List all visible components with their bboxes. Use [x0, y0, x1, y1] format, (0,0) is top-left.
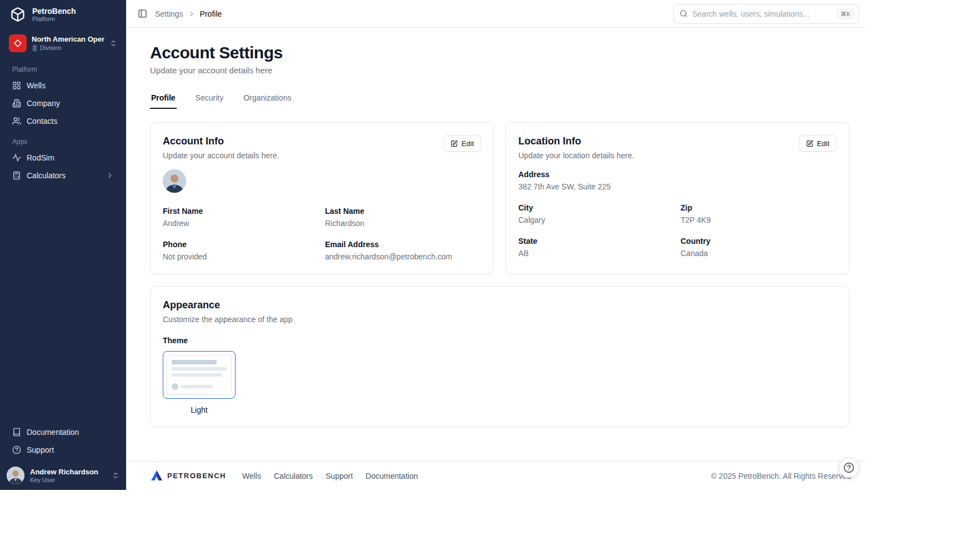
theme-label: Theme: [163, 335, 837, 345]
sidebar-item-label: Company: [27, 99, 60, 108]
field-value: T2P 4K9: [681, 215, 837, 225]
calculator-icon: [12, 171, 21, 180]
app-window: PetroBench Platform North American Opera…: [0, 0, 866, 490]
account-edit-button[interactable]: Edit: [443, 135, 481, 152]
edit-icon: [806, 140, 813, 147]
sidebar-item-calculators[interactable]: Calculators: [7, 167, 119, 184]
sidebar-item-company[interactable]: Company: [7, 94, 119, 112]
field-value: Not provided: [163, 252, 325, 262]
user-avatar: [7, 467, 24, 484]
contacts-icon: [12, 117, 21, 126]
chevron-right-icon: [106, 172, 114, 179]
support-icon: [12, 445, 21, 454]
sidebar-item-contacts[interactable]: Contacts: [7, 112, 119, 130]
help-circle-icon: [843, 462, 854, 473]
page-title: Account Settings: [150, 43, 849, 62]
documentation-icon: [12, 428, 21, 437]
card-subtitle: Update your account details here.: [163, 151, 481, 161]
sidebar: PetroBench Platform North American Opera…: [0, 0, 126, 490]
sidebar-item-wells[interactable]: Wells: [7, 77, 119, 94]
field-value: AB: [518, 248, 681, 258]
field-label: Email Address: [325, 239, 481, 249]
search-input[interactable]: [692, 9, 833, 18]
field-label: State: [518, 236, 681, 246]
field-label: First Name: [163, 206, 325, 216]
tabs: Profile Security Organizations: [150, 90, 849, 109]
footer-link-calculators[interactable]: Calculators: [274, 472, 313, 480]
sidebar-item-documentation[interactable]: Documentation: [7, 423, 119, 441]
field-address: Address 382 7th Ave SW, Suite 225: [518, 169, 837, 192]
breadcrumb-profile: Profile: [200, 9, 222, 18]
field-value: Canada: [681, 248, 837, 258]
chevrons-up-down-icon: [112, 472, 119, 479]
account-info-card: Edit Account Info Update your account de…: [150, 122, 494, 274]
field-first-name: First Name Andrew: [163, 206, 325, 228]
edit-button-label: Edit: [817, 139, 829, 148]
breadcrumb: Settings Profile: [155, 9, 222, 18]
user-menu[interactable]: Andrew Richardson Key User: [0, 462, 126, 490]
sidebar-item-label: Documentation: [27, 428, 79, 437]
search-box: ⌘K: [673, 4, 859, 24]
footer-link-support[interactable]: Support: [326, 472, 353, 480]
page-subtitle: Update your account details here: [150, 66, 849, 76]
edit-icon: [451, 140, 458, 147]
chevrons-up-down-icon: [109, 39, 117, 47]
breadcrumb-settings[interactable]: Settings: [155, 9, 183, 18]
card-title: Account Info: [163, 135, 481, 147]
field-value: andrew.richardson@petrobench.com: [325, 252, 481, 262]
theme-option-light[interactable]: [163, 351, 236, 399]
page-footer: PETROBENCH Wells Calculators Support Doc…: [126, 461, 866, 490]
field-phone: Phone Not provided: [163, 239, 325, 262]
sidebar-nav: Platform Wells Company Contacts Apps: [0, 56, 126, 184]
sidebar-toggle-button[interactable]: [136, 7, 149, 21]
org-logo-icon: [9, 34, 27, 52]
org-type: Division: [40, 44, 62, 52]
top-header: Settings Profile ⌘K: [126, 0, 866, 28]
field-value: 382 7th Ave SW, Suite 225: [518, 182, 837, 192]
card-title: Location Info: [518, 135, 837, 147]
user-name: Andrew Richardson: [30, 468, 106, 477]
field-zip: Zip T2P 4K9: [681, 203, 837, 225]
field-label: Last Name: [325, 206, 481, 216]
user-role: Key User: [30, 477, 106, 484]
footer-link-documentation[interactable]: Documentation: [366, 472, 418, 480]
sidebar-bottom-nav: Documentation Support: [0, 421, 126, 462]
search-icon: [679, 9, 688, 18]
edit-button-label: Edit: [462, 139, 474, 148]
appearance-card: Appearance Customize the appearance of t…: [150, 286, 849, 427]
footer-link-wells[interactable]: Wells: [242, 472, 261, 480]
sidebar-item-label: Calculators: [27, 171, 66, 180]
sidebar-item-label: RodSim: [27, 153, 54, 162]
rodsim-icon: [12, 153, 21, 162]
footer-logo: PETROBENCH: [150, 469, 226, 483]
field-email: Email Address andrew.richardson@petroben…: [325, 239, 481, 262]
brand-logo-icon: [9, 6, 27, 23]
company-icon: [12, 99, 21, 108]
nav-section-platform-label: Platform: [7, 58, 119, 77]
org-switcher[interactable]: North American Opera Division: [4, 31, 122, 56]
field-value: Richardson: [325, 218, 481, 228]
footer-logo-icon: [150, 469, 163, 483]
card-title: Appearance: [163, 299, 837, 311]
brand: PetroBench Platform: [0, 0, 126, 28]
profile-avatar: [163, 169, 186, 193]
field-value: Calgary: [518, 215, 681, 225]
building-icon: [32, 45, 38, 51]
theme-name: Light: [163, 405, 236, 414]
sidebar-item-rodsim[interactable]: RodSim: [7, 149, 119, 167]
field-country: Country Canada: [681, 236, 837, 258]
sidebar-item-support[interactable]: Support: [7, 441, 119, 459]
sidebar-item-label: Contacts: [27, 117, 57, 126]
search-shortcut-badge: ⌘K: [837, 9, 854, 19]
tab-security[interactable]: Security: [194, 90, 225, 109]
field-label: Phone: [163, 239, 325, 249]
help-button[interactable]: [839, 458, 859, 478]
footer-links: Wells Calculators Support Documentation: [242, 472, 418, 480]
tab-profile[interactable]: Profile: [150, 90, 177, 109]
field-state: State AB: [518, 236, 681, 258]
tab-organizations[interactable]: Organizations: [242, 90, 292, 109]
wells-icon: [12, 81, 21, 90]
org-name: North American Opera: [32, 35, 104, 44]
field-value: Andrew: [163, 218, 325, 228]
location-edit-button[interactable]: Edit: [799, 135, 837, 152]
